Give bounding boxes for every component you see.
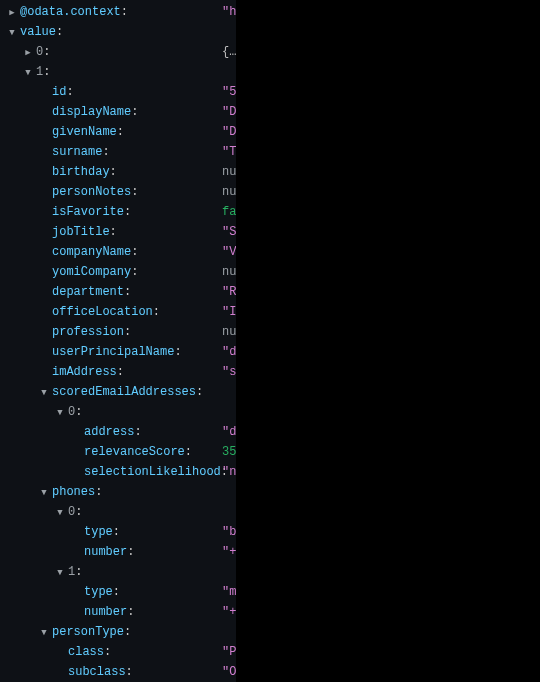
property-value: nu — [222, 162, 236, 182]
property-value: fa — [222, 202, 236, 222]
property-value: nu — [222, 182, 236, 202]
property-key: personNotes: — [52, 182, 138, 202]
property-value: {… — [222, 42, 236, 62]
property-value: "h — [222, 2, 236, 22]
property-key: type: — [84, 582, 120, 602]
collapse-icon[interactable]: ▼ — [22, 62, 34, 83]
property-key: userPrincipalName: — [52, 342, 182, 362]
property-key: yomiCompany: — [52, 262, 138, 282]
property-key: id: — [52, 82, 74, 102]
collapse-icon[interactable]: ▼ — [54, 502, 66, 523]
property-key: selectionLikelihood: — [84, 462, 228, 482]
property-value: "d — [222, 342, 236, 362]
property-key: subclass: — [68, 662, 133, 682]
property-value: nu — [222, 262, 236, 282]
property-key: class: — [68, 642, 111, 662]
property-key: displayName: — [52, 102, 138, 122]
collapse-icon[interactable]: ▼ — [38, 622, 50, 643]
property-key: scoredEmailAddresses: — [52, 382, 203, 402]
property-key: surname: — [52, 142, 110, 162]
property-key: givenName: — [52, 122, 124, 142]
property-value: "+ — [222, 602, 236, 622]
property-value: "5 — [222, 82, 236, 102]
property-key: number: — [84, 542, 134, 562]
property-key: value: — [20, 22, 63, 42]
property-value: "D — [222, 102, 236, 122]
property-key: birthday: — [52, 162, 117, 182]
property-key: 1: — [68, 562, 82, 582]
property-key: @odata.context: — [20, 2, 128, 22]
property-key: personType: — [52, 622, 131, 642]
property-key: address: — [84, 422, 142, 442]
property-key: profession: — [52, 322, 131, 342]
property-key: companyName: — [52, 242, 138, 262]
collapse-icon[interactable]: ▼ — [54, 402, 66, 423]
property-value: "+ — [222, 542, 236, 562]
property-key: type: — [84, 522, 120, 542]
collapse-icon[interactable]: ▼ — [54, 562, 66, 583]
property-value: "s — [222, 362, 236, 382]
property-value: 35 — [222, 442, 236, 462]
expand-icon[interactable]: ▶ — [6, 2, 18, 23]
property-key: imAddress: — [52, 362, 124, 382]
property-value: "n — [222, 462, 236, 482]
property-key: 0: — [36, 42, 50, 62]
property-value: "m — [222, 582, 236, 602]
property-value: "b — [222, 522, 236, 542]
property-value: "I — [222, 302, 236, 322]
property-key: relevanceScore: — [84, 442, 192, 462]
property-key: jobTitle: — [52, 222, 117, 242]
property-value: "R — [222, 282, 236, 302]
collapse-icon[interactable]: ▼ — [6, 22, 18, 43]
property-key: officeLocation: — [52, 302, 160, 322]
property-value: "O — [222, 662, 236, 682]
property-value: "P — [222, 642, 236, 662]
property-key: 0: — [68, 402, 82, 422]
expand-icon[interactable]: ▶ — [22, 42, 34, 63]
property-key: phones: — [52, 482, 102, 502]
right-panel-cutoff — [236, 0, 540, 682]
property-value: "d — [222, 422, 236, 442]
property-key: number: — [84, 602, 134, 622]
property-value: "S — [222, 222, 236, 242]
property-value: "T — [222, 142, 236, 162]
collapse-icon[interactable]: ▼ — [38, 482, 50, 503]
property-key: department: — [52, 282, 131, 302]
property-key: 0: — [68, 502, 82, 522]
property-value: "D — [222, 122, 236, 142]
collapse-icon[interactable]: ▼ — [38, 382, 50, 403]
property-value: nu — [222, 322, 236, 342]
property-key: 1: — [36, 62, 50, 82]
property-value: "V — [222, 242, 236, 262]
property-key: isFavorite: — [52, 202, 131, 222]
